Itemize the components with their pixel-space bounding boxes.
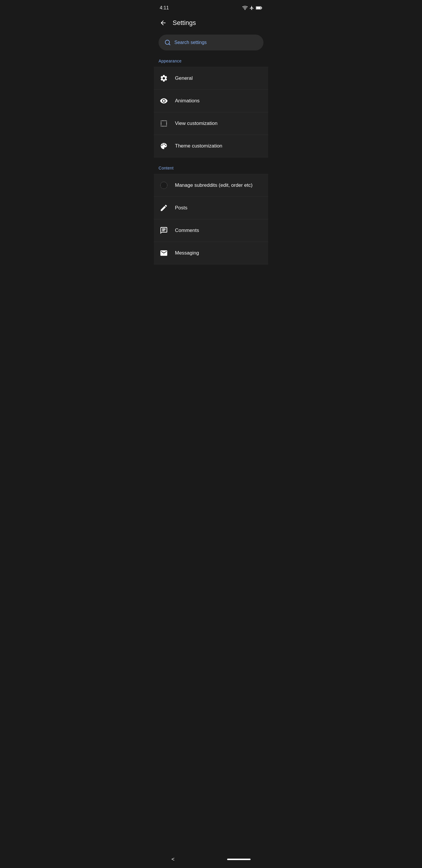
- edit-icon: [160, 204, 168, 212]
- status-icons: [242, 6, 262, 10]
- main-content: Settings Search settings Appearance Gene…: [154, 15, 268, 285]
- header: Settings: [154, 15, 268, 32]
- comments-icon-container: [159, 225, 169, 236]
- reddit-icon: [160, 181, 168, 189]
- nav-bar: <: [154, 851, 268, 868]
- comment-icon: [160, 226, 168, 235]
- theme-customization-item[interactable]: Theme customization: [154, 135, 268, 157]
- back-button[interactable]: [159, 18, 168, 28]
- back-arrow-icon: [160, 19, 167, 26]
- section-gap: [154, 157, 268, 163]
- messaging-item[interactable]: Messaging: [154, 242, 268, 264]
- mail-icon: [160, 249, 168, 257]
- appearance-section: Appearance General Animations: [154, 56, 268, 157]
- manage-subreddits-label: Manage subreddits (edit, order etc): [175, 182, 253, 188]
- palette-icon: [160, 142, 168, 150]
- view-customization-item[interactable]: View customization: [154, 112, 268, 135]
- animations-label: Animations: [175, 98, 200, 104]
- search-bar[interactable]: Search settings: [159, 35, 263, 51]
- general-label: General: [175, 75, 193, 81]
- content-section-header: Content: [154, 163, 268, 174]
- page-title: Settings: [173, 19, 196, 27]
- posts-label: Posts: [175, 205, 188, 211]
- animations-item[interactable]: Animations: [154, 90, 268, 112]
- animations-icon-container: [159, 96, 169, 106]
- general-item[interactable]: General: [154, 67, 268, 90]
- view-customization-icon-container: [159, 118, 169, 129]
- wifi-icon: [242, 6, 248, 10]
- status-bar: 4:11: [154, 0, 268, 15]
- posts-item[interactable]: Posts: [154, 197, 268, 219]
- gear-icon: [160, 74, 168, 83]
- posts-icon-container: [159, 203, 169, 213]
- search-icon: [164, 39, 171, 46]
- content-section-card: Manage subreddits (edit, order etc) Post…: [154, 174, 268, 265]
- comments-label: Comments: [175, 227, 199, 234]
- svg-rect-2: [256, 7, 261, 9]
- manage-subreddits-icon-container: [159, 180, 169, 191]
- nav-home-indicator[interactable]: [227, 859, 251, 860]
- appearance-section-header: Appearance: [154, 56, 268, 67]
- battery-icon: [256, 6, 262, 10]
- messaging-icon-container: [159, 248, 169, 258]
- messaging-label: Messaging: [175, 250, 199, 256]
- general-icon-container: [159, 73, 169, 84]
- content-section: Content Manage subreddits (edit, order e…: [154, 163, 268, 265]
- theme-customization-icon-container: [159, 141, 169, 151]
- eye-icon: [160, 97, 168, 105]
- status-time: 4:11: [160, 5, 169, 10]
- nav-back-button[interactable]: <: [171, 856, 175, 862]
- airplane-icon: [249, 6, 254, 10]
- manage-subreddits-item[interactable]: Manage subreddits (edit, order etc): [154, 174, 268, 197]
- search-container: Search settings: [154, 32, 268, 56]
- appearance-section-card: General Animations View customizat: [154, 67, 268, 157]
- svg-rect-1: [261, 7, 262, 8]
- theme-customization-label: Theme customization: [175, 143, 222, 149]
- view-icon: [160, 119, 168, 128]
- comments-item[interactable]: Comments: [154, 219, 268, 242]
- search-input-placeholder: Search settings: [174, 40, 206, 45]
- view-customization-label: View customization: [175, 121, 218, 126]
